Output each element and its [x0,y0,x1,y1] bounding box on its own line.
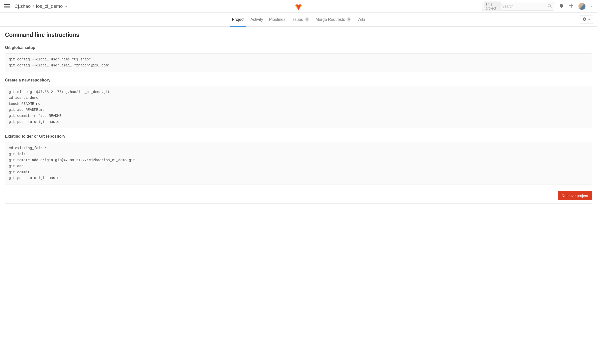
chevron-down-icon[interactable] [65,4,68,9]
mr-count-badge: 0 [346,17,351,22]
code-block-git-setup[interactable]: git config --global user.name "Cj.zhao" … [5,53,592,72]
tab-project[interactable]: Project [232,13,244,26]
subnav-tabs: Project Activity Pipelines Issues 0 Merg… [232,13,365,26]
tab-wiki[interactable]: Wiki [357,13,365,26]
breadcrumb-project-link[interactable]: ios_ci_demo [36,4,63,9]
tab-label: Merge Requests [316,17,345,22]
tab-label: Issues [291,17,303,22]
gitlab-logo[interactable] [294,1,303,11]
tab-merge-requests[interactable]: Merge Requests 0 [316,13,351,26]
code-block-new-repo[interactable]: git clone git@47.88.21.77:cjzhao/ios_ci_… [5,86,592,128]
section-heading-new-repo: Create a new repository [5,78,592,82]
page-title: Command line instructions [5,32,592,38]
search-icon[interactable] [548,4,552,9]
search-box[interactable]: This project [482,2,554,11]
section-heading-existing: Existing folder or Git repository [5,134,592,139]
code-block-existing[interactable]: cd existing_folder git init git remote a… [5,142,592,185]
plus-icon[interactable] [569,4,573,9]
tab-label: Project [232,17,244,22]
notifications-icon[interactable] [559,3,564,9]
tab-activity[interactable]: Activity [250,13,263,26]
tab-label: Pipelines [269,17,285,22]
search-scope-badge: This project [484,2,501,11]
breadcrumb: Cj.zhao / ios_ci_demo [15,4,68,9]
gear-icon [582,17,586,22]
settings-dropdown-button[interactable] [580,15,593,24]
app-header: Cj.zhao / ios_ci_demo This project [0,0,597,13]
chevron-down-icon [588,18,590,22]
search-input[interactable] [502,4,546,8]
breadcrumb-separator: / [33,4,34,9]
avatar[interactable] [578,3,585,10]
tab-label: Activity [250,17,263,22]
menu-icon[interactable] [4,3,10,9]
issues-count-badge: 0 [305,17,310,22]
user-menu-chevron-down-icon[interactable] [590,4,593,8]
section-heading-git-setup: Git global setup [5,45,592,50]
remove-row: Remove project [5,191,592,200]
main-content: Command line instructions Git global set… [0,27,597,214]
svg-line-1 [550,7,551,8]
tab-pipelines[interactable]: Pipelines [269,13,285,26]
remove-project-button[interactable]: Remove project [558,191,592,200]
divider [5,203,592,204]
breadcrumb-user-link[interactable]: Cj.zhao [15,4,31,9]
tab-issues[interactable]: Issues 0 [291,13,310,26]
project-subnav: Project Activity Pipelines Issues 0 Merg… [0,13,597,27]
header-right: This project [482,2,593,11]
tab-label: Wiki [357,17,365,22]
